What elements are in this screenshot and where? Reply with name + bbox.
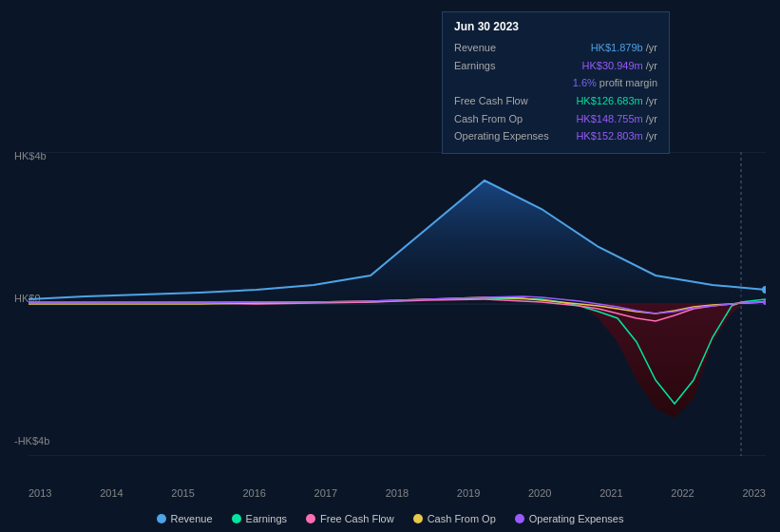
legend-dot-opex	[515, 514, 524, 523]
x-label-2017: 2017	[314, 487, 337, 499]
legend-label-fcf: Free Cash Flow	[320, 513, 394, 524]
legend-item-revenue[interactable]: Revenue	[157, 513, 213, 524]
cashop-label: Cash From Op	[454, 110, 523, 128]
x-label-2023: 2023	[742, 487, 765, 499]
x-label-2021: 2021	[599, 487, 622, 499]
negative-area	[580, 304, 741, 418]
cashop-value: HK$148.755m /yr	[576, 110, 657, 128]
legend-label-opex: Operating Expenses	[529, 513, 624, 524]
chart-svg	[29, 152, 766, 456]
tooltip-row-cashop: Cash From Op HK$148.755m /yr	[454, 110, 657, 128]
opex-value: HK$152.803m /yr	[576, 127, 657, 145]
legend-item-fcf[interactable]: Free Cash Flow	[306, 513, 394, 524]
tooltip-row-fcf: Free Cash Flow HK$126.683m /yr	[454, 92, 657, 110]
x-label-2020: 2020	[528, 487, 551, 499]
tooltip-row-earnings: Earnings HK$30.949m /yr	[454, 57, 657, 75]
x-label-2015: 2015	[171, 487, 194, 499]
tooltip-row-revenue: Revenue HK$1.879b /yr	[454, 39, 657, 57]
tooltip-panel: Jun 30 2023 Revenue HK$1.879b /yr Earnin…	[442, 11, 670, 154]
legend-item-cashop[interactable]: Cash From Op	[413, 513, 496, 524]
opex-label: Operating Expenses	[454, 127, 549, 145]
legend-item-earnings[interactable]: Earnings	[232, 513, 287, 524]
earnings-value: HK$30.949m /yr	[582, 57, 658, 75]
earnings-label: Earnings	[454, 57, 495, 75]
revenue-value: HK$1.879b /yr	[591, 39, 657, 57]
x-label-2019: 2019	[457, 487, 480, 499]
legend-dot-fcf	[306, 514, 315, 523]
chart-legend: Revenue Earnings Free Cash Flow Cash Fro…	[0, 513, 780, 524]
tooltip-row-margin: 1.6% profit margin	[454, 74, 657, 92]
legend-dot-cashop	[413, 514, 423, 523]
legend-dot-revenue	[157, 514, 166, 523]
x-label-2022: 2022	[671, 487, 694, 499]
fcf-value: HK$126.683m /yr	[576, 92, 657, 110]
tooltip-date: Jun 30 2023	[454, 20, 657, 33]
revenue-area	[29, 180, 766, 304]
x-label-2014: 2014	[100, 487, 123, 499]
fcf-label: Free Cash Flow	[454, 92, 528, 110]
x-label-2016: 2016	[242, 487, 265, 499]
margin-value: 1.6% profit margin	[573, 74, 657, 92]
x-axis: 2013 2014 2015 2016 2017 2018 2019 2020 …	[29, 487, 766, 499]
legend-item-opex[interactable]: Operating Expenses	[515, 513, 624, 524]
legend-label-earnings: Earnings	[246, 513, 287, 524]
x-label-2013: 2013	[29, 487, 51, 499]
x-label-2018: 2018	[386, 487, 409, 499]
legend-label-revenue: Revenue	[171, 513, 213, 524]
tooltip-row-opex: Operating Expenses HK$152.803m /yr	[454, 127, 657, 145]
legend-dot-earnings	[232, 514, 241, 523]
revenue-label: Revenue	[454, 39, 496, 57]
legend-label-cashop: Cash From Op	[428, 513, 496, 524]
